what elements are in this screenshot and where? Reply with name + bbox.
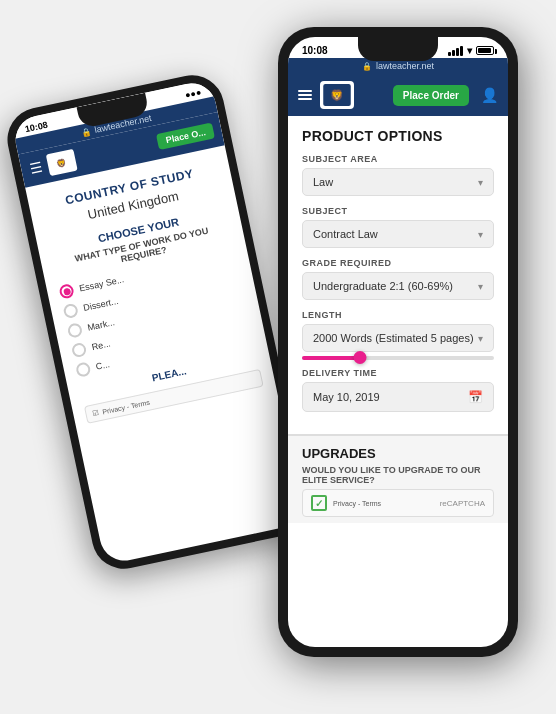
battery-fill [478, 48, 491, 53]
subject-select[interactable]: Contract Law ▾ [302, 220, 494, 248]
radio-c[interactable] [75, 361, 92, 378]
length-label: LENGTH [302, 310, 494, 320]
phone-back: 10:08 ●●● 🔒 lawteacher.net ☰ 🦁 Place O..… [2, 69, 315, 574]
length-value: 2000 Words (Estimated 5 pages) [313, 332, 474, 344]
delivery-date-value: May 10, 2019 [313, 391, 380, 403]
subject-arrow-icon: ▾ [478, 229, 483, 240]
front-logo: 🦁 [320, 81, 354, 109]
subject-value: Contract Law [313, 228, 378, 240]
radio-essay-label: Essay Se... [78, 274, 125, 293]
upgrades-section: UPGRADES WOULD YOU LIKE TO UPGRADE TO OU… [288, 434, 508, 523]
subject-area-label: SUBJECT AREA [302, 154, 494, 164]
radio-re[interactable] [71, 342, 88, 359]
front-url: lawteacher.net [376, 61, 434, 71]
grade-select[interactable]: Undergraduate 2:1 (60-69%) ▾ [302, 272, 494, 300]
scene: 10:08 ●●● 🔒 lawteacher.net ☰ 🦁 Place O..… [38, 27, 518, 687]
recaptcha-text: Privacy - Terms [102, 398, 151, 415]
wifi-icon: ▾ [467, 45, 472, 56]
recaptcha-check-icon: ☑ [92, 408, 100, 417]
phone-front: 10:08 ▾ 🔒 lawteacher.net [278, 27, 518, 657]
subject-area-value: Law [313, 176, 333, 188]
signal-bar-3 [456, 48, 459, 56]
delivery-date-picker[interactable]: May 10, 2019 📅 [302, 382, 494, 412]
grade-arrow-icon: ▾ [478, 281, 483, 292]
front-navbar: 🦁 Place Order 👤 [288, 74, 508, 116]
front-hamburger-icon[interactable] [298, 90, 312, 100]
product-options-title: PRODUCT OPTIONS [302, 128, 494, 144]
front-main-content: PRODUCT OPTIONS SUBJECT AREA Law ▾ SUBJE… [288, 116, 508, 434]
signal-bar-4 [460, 46, 463, 56]
radio-essay[interactable] [58, 283, 75, 300]
battery-icon [476, 46, 494, 55]
recaptcha-logo-icon: reCAPTCHA [440, 499, 485, 508]
radio-re-label: Re... [91, 338, 112, 352]
length-slider[interactable] [302, 356, 494, 360]
svg-text:🦁: 🦁 [330, 88, 344, 102]
back-place-order-btn[interactable]: Place O... [156, 122, 215, 149]
radio-mark-label: Mark... [87, 317, 116, 333]
front-lock-icon: 🔒 [362, 62, 372, 71]
radio-c-label: C... [95, 359, 111, 372]
recaptcha-label: Privacy - Terms [333, 500, 381, 507]
upgrades-title: UPGRADES [302, 446, 494, 461]
back-logo: 🦁 [46, 149, 78, 176]
front-notch [358, 37, 438, 61]
radio-dissert[interactable] [62, 303, 79, 320]
upgrades-subtitle: WOULD YOU LIKE TO UPGRADE TO OUR ELITE S… [302, 465, 494, 485]
calendar-icon: 📅 [468, 390, 483, 404]
recaptcha-check-icon: ✓ [311, 495, 327, 511]
status-icons: ▾ [448, 45, 494, 56]
subject-area-select[interactable]: Law ▾ [302, 168, 494, 196]
delivery-label: DELIVERY TIME [302, 368, 494, 378]
radio-dissert-label: Dissert... [82, 296, 119, 313]
radio-mark[interactable] [67, 322, 84, 339]
slider-thumb[interactable] [353, 351, 366, 364]
grade-label: GRADE REQUIRED [302, 258, 494, 268]
length-arrow-icon: ▾ [478, 333, 483, 344]
place-order-button[interactable]: Place Order [393, 85, 469, 106]
logo-icon: 🦁 [323, 84, 351, 106]
length-select[interactable]: 2000 Words (Estimated 5 pages) ▾ [302, 324, 494, 352]
user-icon[interactable]: 👤 [481, 87, 498, 103]
signal-icon [448, 46, 463, 56]
subject-label: SUBJECT [302, 206, 494, 216]
hamburger-icon[interactable]: ☰ [28, 159, 44, 177]
lock-icon: 🔒 [80, 126, 92, 137]
signal-bar-2 [452, 50, 455, 56]
grade-value: Undergraduate 2:1 (60-69%) [313, 280, 453, 292]
slider-fill [302, 356, 360, 360]
back-content: COUNTRY OF STUDY United Kingdom CHOOSE Y… [25, 145, 278, 440]
front-time: 10:08 [302, 45, 328, 56]
front-recaptcha: ✓ Privacy - Terms reCAPTCHA [302, 489, 494, 517]
subject-area-arrow-icon: ▾ [478, 177, 483, 188]
signal-bar-1 [448, 52, 451, 56]
slider-track [302, 356, 494, 360]
